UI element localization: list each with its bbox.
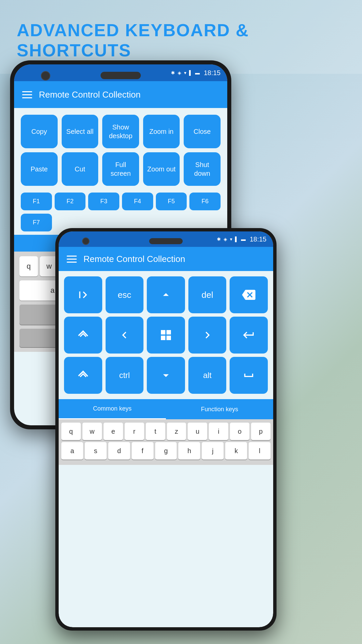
front-key-t[interactable]: t [146, 423, 165, 440]
alt-key[interactable]: alt [188, 357, 227, 394]
front-key-d[interactable]: d [108, 442, 130, 460]
f6-key[interactable]: F6 [189, 193, 221, 210]
bluetooth-icon: ✱ [171, 70, 175, 75]
front-key-e[interactable]: e [104, 423, 123, 440]
front-bluetooth-icon: ✱ [217, 236, 221, 242]
front-key-f[interactable]: f [132, 442, 154, 460]
front-menu-line-2 [67, 259, 77, 260]
tab-key[interactable] [64, 276, 102, 313]
app-bar-front: Remote Control Collection [59, 247, 273, 271]
menu-line-3 [22, 97, 32, 98]
esc-key[interactable]: esc [106, 276, 144, 313]
front-key-z[interactable]: z [167, 423, 186, 440]
full-screen-button[interactable]: Full screen [102, 152, 139, 186]
app-title-back: Remote Control Collection [39, 90, 140, 100]
front-menu-line-3 [67, 262, 77, 263]
camera-icon [41, 71, 50, 80]
up-arrow-key[interactable] [147, 276, 185, 313]
front-key-r[interactable]: r [125, 423, 144, 440]
status-time-back: 18:15 [204, 69, 221, 77]
front-key-o[interactable]: o [230, 423, 249, 440]
tab-common-keys-front[interactable]: Common keys [59, 399, 166, 419]
zoom-in-button[interactable]: Zoom in [143, 115, 180, 148]
front-key-w[interactable]: w [82, 423, 102, 440]
tab-bar-front: Common keys Function keys [59, 399, 273, 419]
front-camera-icon [82, 237, 89, 245]
backspace-key[interactable] [230, 276, 268, 313]
del-key[interactable]: del [188, 276, 227, 313]
battery-icon: ▬ [195, 70, 200, 75]
caps-shift-key[interactable] [64, 317, 102, 354]
f2-key[interactable]: F2 [55, 193, 86, 210]
front-menu-line-1 [67, 256, 77, 257]
down-arrow-key[interactable] [147, 357, 185, 394]
right-arrow-key[interactable] [188, 317, 227, 354]
f3-key[interactable]: F3 [88, 193, 119, 210]
front-key-a[interactable]: a [61, 442, 83, 460]
shift2-key[interactable] [64, 357, 102, 394]
paste-button[interactable]: Paste [21, 152, 58, 186]
vibrate-icon: ◈ [178, 70, 181, 75]
front-kb-row1: q w e r t z u i o p [61, 423, 270, 440]
phone-front: ✱ ◈ ▾ ▌ ▬ 18:15 Remote Control Collectio… [55, 228, 277, 631]
ctrl-key[interactable]: ctrl [106, 357, 144, 394]
hamburger-menu-back[interactable] [22, 91, 32, 98]
phone-front-screen: ✱ ◈ ▾ ▌ ▬ 18:15 Remote Control Collectio… [59, 231, 273, 627]
select-all-button[interactable]: Select all [62, 115, 99, 148]
page-title: ADVANCED KEYBOARD & SHORTCUTS [17, 20, 345, 60]
front-key-g[interactable]: g [155, 442, 177, 460]
copy-button[interactable]: Copy [21, 115, 58, 148]
menu-line-2 [22, 94, 32, 95]
keyboard-front: q w e r t z u i o p a s d f g h [59, 419, 273, 465]
tab-function-keys-front[interactable]: Function keys [166, 399, 273, 419]
f5-key[interactable]: F5 [156, 193, 187, 210]
front-vibrate-icon: ◈ [224, 236, 227, 242]
f7-key[interactable]: F7 [21, 214, 52, 231]
status-icons-back: ✱ ◈ ▾ ▌ ▬ [171, 70, 200, 75]
front-kb-row2: a s d f g h j k l [61, 442, 270, 460]
enter-key[interactable] [230, 317, 268, 354]
show-desktop-button[interactable]: Show desktop [102, 115, 139, 148]
front-key-q[interactable]: q [61, 423, 81, 440]
shut-down-button[interactable]: Shut down [184, 152, 221, 186]
front-key-l[interactable]: l [249, 442, 270, 460]
speaker-icon [101, 72, 141, 79]
hamburger-menu-front[interactable] [67, 256, 77, 263]
f4-key[interactable]: F4 [122, 193, 153, 210]
front-key-h[interactable]: h [178, 442, 200, 460]
signal-icon: ▌ [189, 70, 192, 75]
left-arrow-key[interactable] [106, 317, 144, 354]
function-keys-row1: F1 F2 F3 F4 F5 F6 [14, 193, 227, 214]
front-speaker-icon [149, 238, 183, 244]
key-q-back[interactable]: q [19, 256, 38, 276]
f1-key[interactable]: F1 [21, 193, 52, 210]
front-signal-icon: ▌ [235, 236, 238, 242]
cut-button[interactable]: Cut [62, 152, 99, 186]
menu-line-1 [22, 91, 32, 92]
phone-front-inner: ✱ ◈ ▾ ▌ ▬ 18:15 Remote Control Collectio… [59, 231, 273, 627]
front-key-p[interactable]: p [251, 423, 270, 440]
front-key-j[interactable]: j [202, 442, 224, 460]
status-time-front: 18:15 [250, 235, 266, 243]
front-key-s[interactable]: s [85, 442, 107, 460]
app-title-front: Remote Control Collection [83, 254, 185, 264]
front-wifi-icon: ▾ [230, 236, 232, 242]
windows-key[interactable] [147, 317, 185, 354]
app-bar-back: Remote Control Collection [14, 81, 227, 108]
front-battery-icon: ▬ [241, 236, 246, 242]
spacebar-key[interactable] [230, 357, 268, 394]
front-key-u[interactable]: u [188, 423, 207, 440]
front-key-i[interactable]: i [209, 423, 228, 440]
close-button[interactable]: Close [184, 115, 221, 148]
status-icons-front: ✱ ◈ ▾ ▌ ▬ [217, 236, 246, 242]
zoom-out-button[interactable]: Zoom out [143, 152, 180, 186]
keys-grid-front: esc del [59, 271, 273, 399]
shortcuts-grid: Copy Select all Show desktop Zoom in Clo… [14, 108, 227, 193]
front-key-k[interactable]: k [225, 442, 247, 460]
wifi-icon: ▾ [184, 70, 186, 75]
